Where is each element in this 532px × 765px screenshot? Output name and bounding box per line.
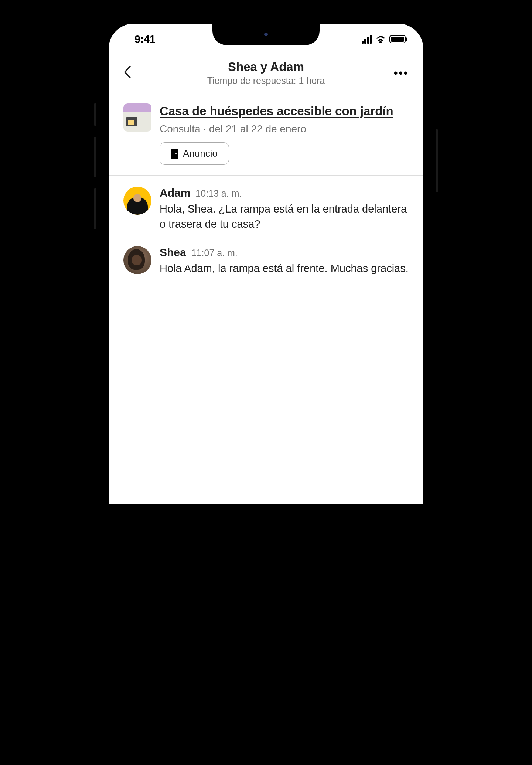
messages-list: Adam10:13 a. m.Hola, Shea. ¿La rampa est… — [109, 176, 423, 302]
side-button-right — [436, 129, 438, 192]
phone-notch — [212, 24, 320, 45]
avatar[interactable] — [123, 187, 151, 215]
back-button[interactable] — [123, 66, 138, 80]
side-buttons-left — [94, 103, 96, 229]
response-time-label: Tiempo de respuesta: 1 hora — [138, 75, 394, 86]
message-sender: Shea — [160, 246, 186, 259]
listing-pill-button[interactable]: Anuncio — [160, 142, 229, 165]
message-sender: Adam — [160, 187, 190, 199]
listing-card[interactable]: Casa de huéspedes accesible con jardín C… — [109, 93, 423, 176]
wifi-icon — [375, 35, 386, 43]
screen: 9:41 Shea y Adam Tiempo de respuesta: 1 … — [109, 24, 423, 504]
avatar[interactable] — [123, 246, 151, 274]
conversation-title: Shea y Adam — [138, 60, 394, 74]
message-time: 10:13 a. m. — [195, 188, 242, 199]
listing-thumbnail — [123, 103, 151, 132]
listing-subtitle: Consulta · del 21 al 22 de enero — [160, 123, 409, 135]
more-options-button[interactable]: ••• — [394, 67, 409, 79]
nav-header: Shea y Adam Tiempo de respuesta: 1 hora … — [109, 50, 423, 93]
status-icons — [362, 35, 406, 44]
listing-title-link[interactable]: Casa de huéspedes accesible con jardín — [160, 103, 409, 119]
door-icon — [171, 149, 178, 159]
cellular-signal-icon — [362, 35, 372, 44]
battery-icon — [389, 35, 406, 43]
phone-frame: 9:41 Shea y Adam Tiempo de respuesta: 1 … — [96, 11, 436, 504]
status-time: 9:41 — [134, 33, 155, 45]
message-item: Shea11:07 a. m.Hola Adam, la rampa está … — [123, 246, 409, 276]
listing-pill-label: Anuncio — [183, 148, 218, 159]
message-text: Hola Adam, la rampa está al frente. Much… — [160, 261, 409, 276]
message-time: 11:07 a. m. — [191, 248, 238, 258]
message-text: Hola, Shea. ¿La rampa está en la entrada… — [160, 201, 409, 231]
message-item: Adam10:13 a. m.Hola, Shea. ¿La rampa est… — [123, 187, 409, 231]
